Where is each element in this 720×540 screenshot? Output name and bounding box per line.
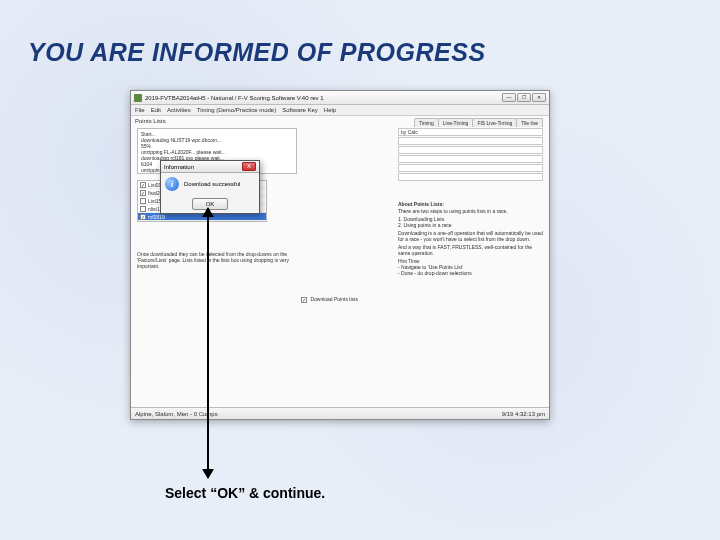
tab-tile-live[interactable]: Tile live bbox=[516, 118, 543, 127]
window-title: 2019-FVTBA2014atH5 - National / F-V Scor… bbox=[145, 95, 502, 101]
calc-field[interactable] bbox=[398, 146, 543, 154]
dialog-close-button[interactable]: X bbox=[242, 162, 256, 171]
panel-title: Points Lists bbox=[135, 118, 166, 124]
information-icon: i bbox=[165, 177, 179, 191]
about-step2: 2. Using points in a race bbox=[398, 222, 543, 228]
calc-field[interactable] bbox=[398, 164, 543, 172]
tab-timing[interactable]: Timing bbox=[414, 118, 439, 127]
menu-file[interactable]: File bbox=[135, 107, 145, 113]
calc-field[interactable] bbox=[398, 137, 543, 145]
statusbar-left: Alpine, Slalom, Men - 0 Comps bbox=[135, 411, 218, 417]
tab-strip: Timing Live-Timing FIS Live-Timing Tile … bbox=[415, 118, 543, 127]
description-text: Once downloaded they can be selected fro… bbox=[137, 251, 297, 269]
list-item-name: rcf1819 bbox=[148, 214, 165, 220]
tab-fis-live-timing[interactable]: FIS Live-Timing bbox=[472, 118, 517, 127]
menubar: File Edit Activities Timing (Demo/Practi… bbox=[131, 105, 549, 116]
dialog-message: Download successful bbox=[184, 181, 240, 187]
checkbox-icon[interactable]: ✓ bbox=[140, 214, 146, 220]
dialog-title: Information bbox=[164, 164, 242, 170]
menu-edit[interactable]: Edit bbox=[151, 107, 161, 113]
about-p1: Downloading is a one-off operation that … bbox=[398, 230, 543, 242]
tab-live-timing[interactable]: Live-Timing bbox=[438, 118, 474, 127]
minimize-button[interactable]: — bbox=[502, 93, 516, 102]
calc-field[interactable] bbox=[398, 173, 543, 181]
about-heading: About Points Lists: bbox=[398, 201, 543, 207]
download-points-lists[interactable]: Download Points lists bbox=[301, 296, 358, 303]
slide-caption: Select “OK” & continue. bbox=[165, 485, 325, 501]
checkbox-icon[interactable] bbox=[301, 297, 307, 303]
menu-software-key[interactable]: Software Key bbox=[282, 107, 318, 113]
about-panel: About Points Lists: There are two steps … bbox=[398, 201, 543, 276]
app-window: 2019-FVTBA2014atH5 - National / F-V Scor… bbox=[130, 90, 550, 420]
about-p2: And a way that is FAST, FRUSTLESS, well-… bbox=[398, 244, 543, 256]
statusbar-right: 9/19 4:32:13 pm bbox=[502, 411, 545, 417]
checkbox-icon[interactable] bbox=[140, 198, 146, 204]
maximize-button[interactable]: ☐ bbox=[517, 93, 531, 102]
download-label: Download Points lists bbox=[310, 296, 358, 302]
annotation-arrow bbox=[207, 208, 209, 478]
menu-help[interactable]: Help bbox=[324, 107, 336, 113]
close-button[interactable]: ✕ bbox=[532, 93, 546, 102]
calc-field[interactable] bbox=[398, 155, 543, 163]
app-icon bbox=[134, 94, 142, 102]
information-dialog: Information X i Download successful OK bbox=[160, 160, 260, 214]
slide-title: YOU ARE INFORMED OF PROGRESS bbox=[28, 38, 486, 67]
calc-label: by Calc bbox=[398, 128, 543, 136]
checkbox-icon[interactable]: ✓ bbox=[140, 182, 146, 188]
checkbox-icon[interactable] bbox=[140, 206, 146, 212]
dialog-titlebar: Information X bbox=[161, 161, 259, 173]
about-p3b: - Done - do drop-down selections bbox=[398, 270, 543, 276]
menu-activities[interactable]: Activities bbox=[167, 107, 191, 113]
calc-fields: by Calc bbox=[398, 128, 543, 181]
statusbar: Alpine, Slalom, Men - 0 Comps 9/19 4:32:… bbox=[131, 407, 549, 419]
titlebar: 2019-FVTBA2014atH5 - National / F-V Scor… bbox=[131, 91, 549, 105]
about-intro: There are two steps to using points list… bbox=[398, 208, 543, 214]
checkbox-icon[interactable]: ✓ bbox=[140, 190, 146, 196]
menu-timing[interactable]: Timing (Demo/Practice mode) bbox=[197, 107, 276, 113]
